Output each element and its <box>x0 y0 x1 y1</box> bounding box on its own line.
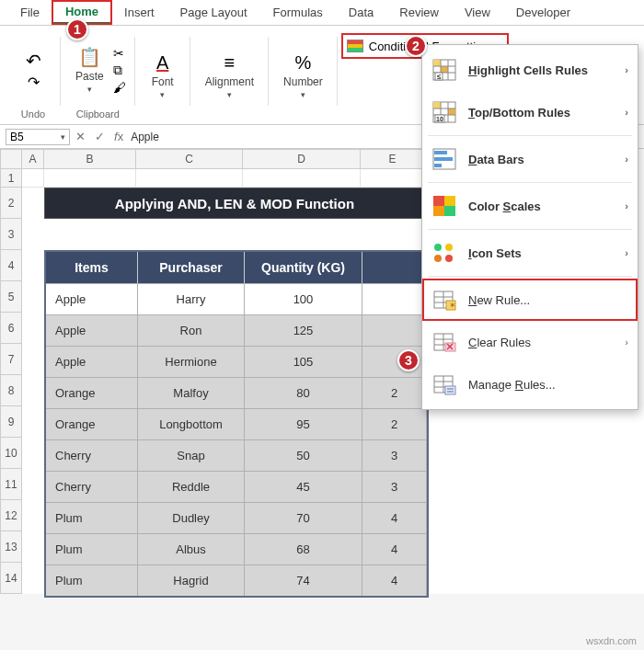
table-cell[interactable]: 95 <box>245 408 362 439</box>
select-all-cell[interactable] <box>0 149 22 169</box>
table-cell[interactable]: Hermione <box>138 346 245 377</box>
cut-button[interactable]: ✂ <box>113 46 126 61</box>
table-cell[interactable]: Apple <box>46 346 138 377</box>
row-header[interactable]: 10 <box>0 438 22 469</box>
group-undo: ↶ ↷ Undo <box>6 29 61 124</box>
table-cell[interactable]: 4 <box>362 564 427 596</box>
row-header[interactable]: 1 <box>0 169 22 188</box>
table-cell[interactable]: 2 <box>362 377 427 408</box>
table-row[interactable]: CherrySnap503 <box>46 439 427 471</box>
table-cell[interactable]: 4 <box>362 502 427 533</box>
table-cell[interactable]: 45 <box>245 471 362 502</box>
name-box[interactable]: B5▾ <box>6 129 70 145</box>
table-cell[interactable]: Dudley <box>138 502 245 533</box>
format-painter-button[interactable]: 🖌 <box>113 80 126 95</box>
table-cell[interactable]: 2 <box>362 408 427 439</box>
row-header[interactable]: 13 <box>0 531 22 563</box>
table-cell[interactable]: Cherry <box>46 471 138 502</box>
table-cell[interactable]: 80 <box>245 377 362 408</box>
table-cell[interactable]: Apple <box>46 314 138 346</box>
col-header[interactable]: D <box>243 149 361 169</box>
table-cell[interactable]: 4 <box>362 533 427 564</box>
tab-insert[interactable]: Insert <box>111 2 167 23</box>
table-row[interactable]: PlumHagrid744 <box>46 564 427 596</box>
table-cell[interactable]: Plum <box>46 564 138 596</box>
table-cell[interactable]: 74 <box>245 564 362 596</box>
fx-icon[interactable]: fx <box>114 130 123 143</box>
cancel-icon[interactable]: ✕ <box>75 130 86 143</box>
col-header[interactable]: A <box>22 149 44 169</box>
table-cell[interactable]: 70 <box>245 502 362 533</box>
table-cell[interactable]: Cherry <box>46 439 138 471</box>
col-header[interactable]: C <box>136 149 243 169</box>
menu-highlight-cells-rules[interactable]: ≤ Highlight Cells Rules › <box>422 49 638 91</box>
table-cell[interactable]: Reddle <box>138 471 245 502</box>
table-cell[interactable]: 125 <box>245 314 362 346</box>
table-cell[interactable]: Malfoy <box>138 377 245 408</box>
table-cell[interactable] <box>362 314 427 346</box>
menu-top-bottom-rules[interactable]: 10 Top/Bottom Rules › <box>422 91 638 133</box>
row-header[interactable]: 12 <box>0 500 22 531</box>
menu-data-bars[interactable]: Data Bars › <box>422 138 638 180</box>
row-header[interactable]: 5 <box>0 281 22 313</box>
table-row[interactable]: OrangeMalfoy802 <box>46 377 427 408</box>
table-cell[interactable]: 3 <box>362 439 427 471</box>
table-row[interactable]: AppleHarry100 <box>46 283 427 314</box>
table-row[interactable]: AppleRon125 <box>46 314 427 346</box>
table-cell[interactable]: Harry <box>138 283 245 314</box>
table-cell[interactable]: 100 <box>245 283 362 314</box>
table-cell[interactable] <box>362 283 427 314</box>
menu-color-scales[interactable]: Color Scales › <box>422 185 638 227</box>
alignment-button[interactable]: ≡ Alignment ▾ <box>200 49 259 103</box>
svg-rect-2 <box>441 66 448 73</box>
copy-button[interactable]: ⧉ <box>113 63 126 78</box>
row-header[interactable]: 3 <box>0 219 22 250</box>
table-row[interactable]: CherryReddle453 <box>46 471 427 502</box>
table-row[interactable]: PlumAlbus684 <box>46 533 427 564</box>
row-header[interactable]: 4 <box>0 250 22 281</box>
enter-icon[interactable]: ✓ <box>95 130 105 143</box>
menu-icon-sets[interactable]: Icon Sets › <box>422 232 638 274</box>
grid[interactable]: A B C D E Applying AND, LEN & MOD Functi… <box>22 149 425 594</box>
tab-developer[interactable]: Developer <box>503 2 583 23</box>
tab-file[interactable]: File <box>7 2 52 23</box>
number-button[interactable]: % Number ▾ <box>278 49 328 103</box>
font-button[interactable]: A Font ▾ <box>144 49 181 103</box>
table-cell[interactable]: Ron <box>138 314 245 346</box>
table-cell[interactable]: Plum <box>46 502 138 533</box>
menu-clear-rules[interactable]: Clear Rules › <box>422 321 638 363</box>
col-header[interactable]: E <box>361 149 425 169</box>
row-header[interactable]: 7 <box>0 344 22 375</box>
tab-view[interactable]: View <box>452 2 503 23</box>
table-cell[interactable]: Albus <box>138 533 245 564</box>
tab-formulas[interactable]: Formulas <box>260 2 336 23</box>
table-cell[interactable]: Longbottom <box>138 408 245 439</box>
menu-manage-rules[interactable]: Manage Rules... <box>422 363 638 405</box>
paste-button[interactable]: 📋 Paste ▾ <box>70 42 109 97</box>
row-header[interactable]: 9 <box>0 406 22 438</box>
table-row[interactable]: OrangeLongbottom952 <box>46 408 427 439</box>
col-header[interactable]: B <box>44 149 136 169</box>
menu-new-rule[interactable]: ✶ New Rule... <box>422 279 638 321</box>
tab-review[interactable]: Review <box>386 2 452 23</box>
row-header[interactable]: 8 <box>0 375 22 406</box>
table-cell[interactable]: 68 <box>245 533 362 564</box>
table-cell[interactable]: Orange <box>46 377 138 408</box>
undo-button[interactable]: ↶ ↷ <box>15 46 52 95</box>
row-header[interactable]: 11 <box>0 469 22 500</box>
row-header[interactable]: 14 <box>0 563 22 594</box>
row-header[interactable]: 6 <box>0 313 22 344</box>
table-cell[interactable]: Hagrid <box>138 564 245 596</box>
table-cell[interactable]: Snap <box>138 439 245 471</box>
table-cell[interactable]: Plum <box>46 533 138 564</box>
table-cell[interactable]: 105 <box>245 346 362 377</box>
table-cell[interactable]: 3 <box>362 471 427 502</box>
table-cell[interactable]: Apple <box>46 283 138 314</box>
tab-data[interactable]: Data <box>336 2 386 23</box>
table-row[interactable]: AppleHermione105 <box>46 346 427 377</box>
row-header[interactable]: 2 <box>0 188 22 219</box>
table-row[interactable]: PlumDudley704 <box>46 502 427 533</box>
tab-page-layout[interactable]: Page Layout <box>167 2 260 23</box>
table-cell[interactable]: 50 <box>245 439 362 471</box>
table-cell[interactable]: Orange <box>46 408 138 439</box>
